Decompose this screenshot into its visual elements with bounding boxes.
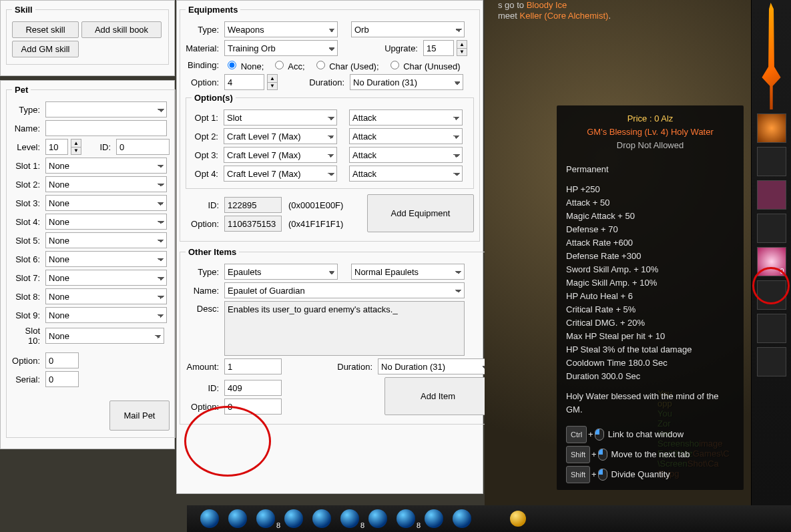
eq-opt2-label: Opt 2: — [192, 131, 221, 142]
add-skill-book-button[interactable]: Add skill book — [81, 21, 162, 38]
skillbar-slot[interactable] — [284, 509, 303, 528]
other-id-label: ID: — [186, 383, 222, 393]
skillbar-slot[interactable]: 8 — [256, 509, 275, 528]
skillbar-slot[interactable] — [425, 509, 443, 528]
eq-option-label: Option: — [186, 77, 222, 87]
inventory-slot[interactable] — [757, 280, 786, 310]
tooltip-stat: Defense + 70 — [566, 223, 734, 236]
pet-slot3-select[interactable]: None — [45, 195, 167, 211]
eq-opt3-left[interactable]: Craft Level 7 (Max) — [224, 147, 337, 163]
eq-opt1-left[interactable]: Slot — [224, 109, 337, 125]
eq-opt3-right[interactable]: Attack — [349, 147, 463, 163]
other-id-input[interactable] — [224, 380, 282, 396]
other-amount-input[interactable] — [224, 358, 282, 374]
add-item-button[interactable]: Add Item — [384, 377, 491, 415]
tooltip-stat: Critical DMG. + 20% — [566, 316, 734, 330]
eq-material-label: Material: — [186, 43, 222, 53]
add-gm-skill-button[interactable]: Add GM skill — [12, 41, 79, 57]
add-equipment-button[interactable]: Add Equipment — [367, 194, 474, 232]
eq-duration-select[interactable]: No Duration (31) — [350, 74, 463, 90]
currency-icon[interactable] — [510, 511, 526, 527]
skillbar-slot[interactable] — [312, 509, 331, 528]
eq-opt4-right[interactable]: Attack — [349, 166, 463, 182]
eq-option-input[interactable] — [224, 74, 264, 90]
other-desc-textarea[interactable] — [224, 301, 465, 356]
eq-id-label: ID: — [186, 200, 222, 210]
inventory-slot[interactable] — [757, 113, 786, 143]
pet-slot6-select[interactable]: None — [45, 251, 167, 267]
other-subtype-select[interactable]: Normal Epaulets — [351, 264, 465, 280]
mail-pet-button[interactable]: Mail Pet — [109, 401, 170, 431]
reset-skill-button[interactable]: Reset skill — [12, 21, 79, 38]
inventory-slot[interactable] — [757, 314, 786, 343]
other-name-select[interactable]: Epaulet of Guardian — [224, 282, 465, 298]
eq-opt2-left[interactable]: Craft Level 7 (Max) — [224, 128, 337, 144]
pet-slot1-select[interactable]: None — [45, 158, 167, 174]
equipments-group: Equipments Type: Weapons Orb Material: T… — [180, 5, 480, 242]
weapon-icon[interactable] — [757, 3, 786, 109]
pet-type-select[interactable] — [45, 101, 167, 117]
inventory-slot[interactable] — [757, 347, 786, 376]
eq-material-select[interactable]: Training Orb — [224, 40, 338, 56]
eq-upgrate-spinner[interactable]: ▲▼ — [457, 40, 467, 56]
eq-subtype-select[interactable]: Orb — [351, 21, 465, 37]
pet-legend: Pet — [12, 85, 31, 95]
shift-key-icon: Shift — [566, 446, 590, 463]
tooltip-hint-divide: Shift + Divide Quantity — [566, 466, 734, 483]
tooltip-stat: Attack + 50 — [566, 196, 734, 210]
inventory-slot[interactable] — [757, 147, 786, 176]
pet-slot9-select[interactable]: None — [45, 307, 167, 323]
eq-opt2-right[interactable]: Attack — [349, 128, 463, 144]
skillbar-slot[interactable] — [228, 509, 247, 528]
pet-slot4-select[interactable]: None — [45, 214, 167, 230]
inventory-slot[interactable] — [757, 214, 786, 243]
other-type-select[interactable]: Epaulets — [224, 264, 338, 280]
skillbar-slot[interactable]: 8 — [340, 509, 359, 528]
tooltip-hint-link: Ctrl + Link to chat window — [566, 426, 734, 443]
eq-option-spinner[interactable]: ▲▼ — [267, 74, 278, 90]
skillbar-slot[interactable] — [453, 509, 471, 528]
pet-option-input[interactable] — [45, 352, 79, 368]
eq-type-select[interactable]: Weapons — [224, 21, 338, 37]
pet-slot6-label: Slot 6: — [12, 254, 43, 264]
mouse-left-icon — [598, 469, 607, 481]
tooltip-price: Price : 0 Alz — [566, 112, 734, 125]
inventory-strip: 0 — [751, 0, 791, 505]
eq-binding-acc[interactable]: Acc; — [272, 59, 304, 71]
eq-binding-char-unused[interactable]: Char (Unused) — [387, 59, 461, 71]
eq-binding-none[interactable]: None; — [224, 59, 264, 71]
eq-opt1-right[interactable]: Attack — [349, 109, 463, 125]
pet-slot1-label: Slot 1: — [12, 161, 43, 171]
tooltip-stat: Duration 300.0 Sec — [566, 370, 734, 383]
eq-binding-char-used[interactable]: Char (Used); — [313, 59, 379, 71]
equipments-legend: Equipments — [186, 5, 240, 15]
pet-slot10-select[interactable]: None — [45, 328, 164, 344]
pet-id-input[interactable] — [116, 139, 170, 155]
tooltip-stat: Defense Rate +300 — [566, 250, 734, 263]
other-duration-select[interactable]: No Duration (31) — [378, 358, 491, 374]
pet-serial-label: Serial: — [12, 374, 43, 384]
inventory-slot-holy-water[interactable]: 0 — [757, 247, 786, 276]
eq-upgrate-input[interactable] — [423, 40, 454, 56]
skillbar-slot[interactable]: 8 — [397, 509, 415, 528]
pet-slot7-label: Slot 7: — [12, 273, 43, 283]
skillbar-slot[interactable] — [368, 509, 387, 528]
eq-opt1-label: Opt 1: — [192, 113, 221, 123]
pet-slot5-label: Slot 5: — [12, 236, 43, 246]
pet-level-input[interactable] — [45, 139, 68, 155]
pet-slot8-select[interactable]: None — [45, 288, 167, 304]
other-option-input[interactable] — [224, 398, 282, 415]
inventory-slot[interactable] — [757, 180, 786, 210]
eq-option2-input[interactable] — [224, 216, 282, 232]
pet-slot2-select[interactable]: None — [45, 176, 167, 192]
pet-name-input[interactable] — [45, 120, 167, 136]
pet-level-spinner[interactable]: ▲▼ — [71, 139, 81, 155]
pet-slot7-select[interactable]: None — [45, 270, 167, 286]
tooltip-name: GM's Blessing (Lv. 4) Holy Water — [566, 125, 734, 139]
eq-id-input[interactable] — [224, 197, 282, 213]
skillbar-slot[interactable] — [200, 509, 219, 528]
eq-opt4-left[interactable]: Craft Level 7 (Max) — [224, 166, 337, 182]
pet-slot5-select[interactable]: None — [45, 232, 167, 248]
pet-serial-input[interactable] — [45, 371, 79, 387]
other-name-label: Name: — [186, 286, 222, 296]
